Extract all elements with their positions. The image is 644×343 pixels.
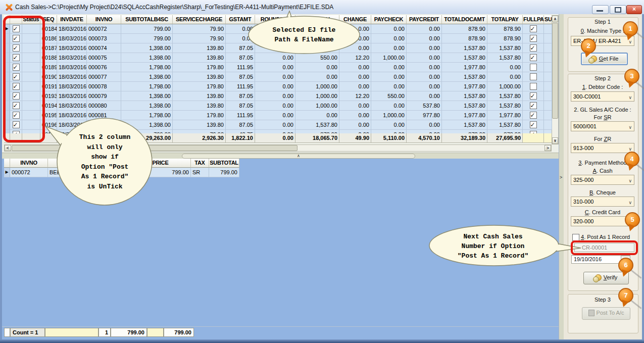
cell-paycheck[interactable]: 1,000.00	[371, 53, 407, 63]
column-header-totaldocamt[interactable]: TOTALDOCAMT	[442, 15, 487, 24]
fullpay-checkbox[interactable]	[530, 92, 537, 100]
cell-su[interactable]	[544, 53, 552, 63]
cell-subtotal[interactable]: 799.00	[209, 168, 239, 177]
fullpay-checkbox[interactable]	[530, 112, 537, 119]
cell-invno[interactable]: 000075	[87, 53, 121, 63]
cell-paycredit[interactable]: 0.00	[407, 82, 442, 91]
cell-invdate[interactable]: 18/03/2016	[57, 82, 87, 91]
cell-totalpay[interactable]: 0.00	[487, 72, 523, 82]
cell-paycash[interactable]: 0.00	[295, 72, 339, 82]
cell-paycash[interactable]: 1,537.80	[295, 120, 339, 130]
cell-invno[interactable]: 000072	[87, 24, 121, 34]
cell-totalpay[interactable]: 878.90	[487, 34, 523, 43]
cell-subtotalb4sc[interactable]: 799.00	[121, 34, 173, 43]
table-row[interactable]: 0018918/03/20160000761,798.00179.80111.9…	[4, 63, 552, 72]
fullpay-checkbox[interactable]	[530, 44, 537, 52]
cell-su[interactable]	[544, 111, 552, 120]
cell-totaldocamt[interactable]: 1,977.80	[442, 111, 487, 120]
cell-servicecharge[interactable]: 139.80	[173, 53, 226, 63]
cell-totaldocamt[interactable]: 1,537.80	[442, 91, 487, 101]
cell-totalpay[interactable]: 1,537.80	[487, 120, 523, 130]
cell-servicecharge[interactable]: 79.90	[173, 34, 226, 43]
cell-paycredit[interactable]: 0.00	[407, 24, 442, 34]
cell-su[interactable]	[544, 43, 552, 53]
cell-subtotalb4sc[interactable]: 1,398.00	[121, 91, 173, 101]
column-header-invno[interactable]: INVNO	[87, 15, 121, 24]
gl-zr-select[interactable]: 913-000∨	[571, 143, 634, 153]
restore-button[interactable]	[610, 5, 626, 14]
cell-paycheck[interactable]: 0.00	[371, 130, 407, 133]
cheque-account-select[interactable]: 310-000∨	[571, 197, 634, 207]
fullpay-checkbox[interactable]	[530, 54, 537, 61]
cell-paycredit[interactable]: 0.00	[407, 72, 442, 82]
scroll-right-icon[interactable]: >	[544, 145, 551, 151]
cell-totalpay[interactable]: 1,537.80	[487, 101, 523, 111]
debtor-code-select[interactable]: 300-C0001∨	[571, 91, 634, 102]
cell-rounding[interactable]: 0.00	[255, 120, 295, 130]
column-header-subtotal[interactable]: SUBTOTAL	[209, 159, 239, 168]
cell-rounding[interactable]: 0.00	[255, 72, 295, 82]
cell-subtotalb4sc[interactable]: 1,398.00	[121, 101, 173, 111]
cell-subtotalb4sc[interactable]: 1,798.00	[121, 63, 173, 72]
cell-gstamt[interactable]: 111.95	[226, 63, 255, 72]
cell-paycredit[interactable]: 537.80	[407, 101, 442, 111]
cell-paycredit[interactable]: 0.00	[407, 130, 442, 133]
cell-paycash[interactable]: 1,000.00	[295, 91, 339, 101]
cell-totalpay[interactable]: 0.00	[487, 63, 523, 72]
cell-totaldocamt[interactable]: 1,537.80	[442, 43, 487, 53]
cell-gstamt[interactable]: 48.75	[226, 130, 255, 133]
cell-subtotalb4sc[interactable]: 799.00	[121, 24, 173, 34]
column-header-fullpay[interactable]: FULLPAY	[523, 15, 544, 24]
cell-paycheck[interactable]: 0.00	[371, 120, 407, 130]
cell-invno[interactable]: 000076	[87, 63, 121, 72]
cell-su[interactable]	[544, 120, 552, 130]
cell-rounding[interactable]: 0.00	[255, 63, 295, 72]
cell-totalpay[interactable]: 878.90	[487, 24, 523, 34]
cell-rounding[interactable]: 0.00	[255, 111, 295, 120]
vertical-scroll-thumb[interactable]	[552, 23, 558, 119]
cell-rounding[interactable]: 0.00	[255, 130, 295, 133]
grid1-vertical-scrollbar[interactable]: ∧ ∨	[552, 15, 559, 144]
cell-tax[interactable]: SR	[191, 168, 209, 177]
cell-paycheck[interactable]: 0.00	[371, 34, 407, 43]
fullpay-checkbox[interactable]	[530, 25, 537, 32]
fullpay-checkbox[interactable]	[530, 64, 537, 71]
cell-su[interactable]	[544, 72, 552, 82]
cell-servicecharge[interactable]: 179.80	[173, 111, 226, 120]
cell-servicecharge[interactable]: 139.80	[173, 120, 226, 130]
cell-gstamt[interactable]: 111.95	[226, 111, 255, 120]
cell-gstamt[interactable]: 87.05	[226, 101, 255, 111]
cell-su[interactable]	[544, 91, 552, 101]
cell-totaldocamt[interactable]: 878.90	[442, 34, 487, 43]
cell-servicecharge[interactable]: 179.80	[173, 82, 226, 91]
cell-invdate[interactable]: 18/03/2016	[57, 34, 87, 43]
cell-su[interactable]	[544, 101, 552, 111]
cell-invdate[interactable]: 18/03/2016	[57, 63, 87, 72]
cell-invdate[interactable]: 18/03/2016	[57, 43, 87, 53]
scroll-up-icon[interactable]: ∧	[552, 16, 558, 22]
cell-paycredit[interactable]: 0.00	[407, 34, 442, 43]
cell-totalpay[interactable]: 1,000.00	[487, 82, 523, 91]
cell-totaldocamt[interactable]: 1,537.80	[442, 101, 487, 111]
column-header-servicecharge[interactable]: SERVICECHARGE	[173, 15, 226, 24]
fullpay-checkbox[interactable]	[530, 102, 537, 109]
cell-paycredit[interactable]: 0.00	[407, 120, 442, 130]
cell-paycash[interactable]: 1,000.00	[295, 82, 339, 91]
cell-paycheck[interactable]: 550.00	[371, 91, 407, 101]
cell-invdate[interactable]: 18/03/2016	[57, 24, 87, 34]
cell-paycheck[interactable]: 0.00	[371, 72, 407, 82]
cell-totalpay[interactable]: 1,537.80	[487, 91, 523, 101]
column-header-su[interactable]: SU	[544, 15, 552, 24]
column-header-totalpay[interactable]: TOTALPAY	[487, 15, 523, 24]
cell-gstamt[interactable]: 87.05	[226, 91, 255, 101]
close-button[interactable]: ×	[626, 5, 642, 14]
cell-paycheck[interactable]: 0.00	[371, 101, 407, 111]
cell-invno[interactable]: 000078	[87, 82, 121, 91]
cell-servicecharge[interactable]: 139.80	[173, 101, 226, 111]
cell-totalpay[interactable]: 878.90	[487, 130, 523, 133]
cash-account-select[interactable]: 325-000∨	[571, 175, 634, 185]
column-header-subtotalb4sc[interactable]: SUBTOTALB4SC	[121, 15, 173, 24]
cell-paycheck[interactable]: 0.00	[371, 43, 407, 53]
cell-gstamt[interactable]: 87.05	[226, 72, 255, 82]
fullpay-checkbox[interactable]	[530, 73, 537, 80]
